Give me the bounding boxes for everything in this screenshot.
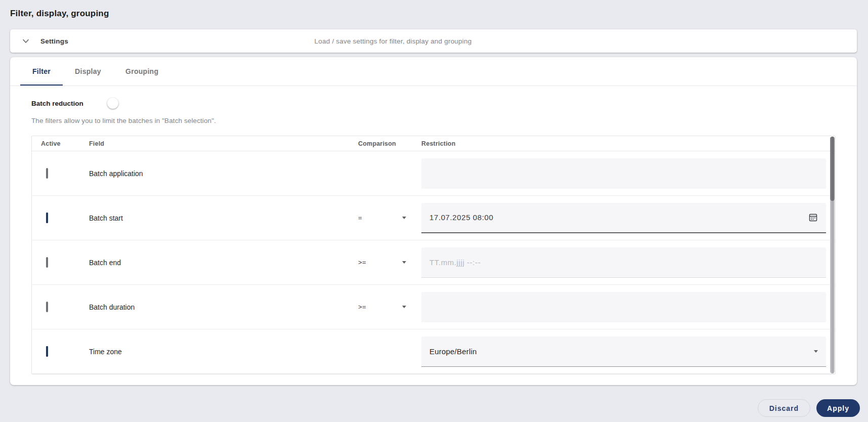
- comparison-value: >=: [358, 303, 366, 311]
- table-row: Batch end >=: [32, 240, 835, 285]
- calendar-icon[interactable]: [808, 213, 818, 222]
- comparison-select[interactable]: >=: [358, 240, 421, 284]
- table-row: Batch application: [32, 151, 835, 196]
- discard-button[interactable]: Discard: [758, 399, 810, 417]
- chevron-down-icon: [22, 37, 29, 45]
- settings-panel-title: Settings: [40, 37, 68, 45]
- field-label: Batch end: [89, 259, 358, 267]
- restriction-datetime-field: [421, 247, 826, 278]
- restriction-field-disabled: [421, 292, 826, 322]
- table-scrollbar-thumb[interactable]: [830, 137, 835, 201]
- timezone-select[interactable]: Europe/Berlin: [421, 336, 826, 367]
- toggle-thumb: [107, 98, 118, 109]
- field-label: Time zone: [89, 348, 358, 356]
- tab-display-label: Display: [75, 67, 101, 75]
- dropdown-arrow-icon: [402, 217, 406, 219]
- active-checkbox[interactable]: [46, 213, 48, 223]
- restriction-field-disabled: [421, 158, 826, 189]
- tab-grouping-label: Grouping: [125, 67, 158, 75]
- tab-filter[interactable]: Filter: [20, 57, 63, 86]
- field-label: Batch duration: [89, 303, 358, 311]
- filter-card: Filter Display Grouping Batch reduction …: [10, 57, 857, 385]
- batch-reduction-label: Batch reduction: [31, 100, 83, 107]
- filter-table: Active Field Comparison Restriction Batc…: [31, 136, 836, 374]
- tab-grouping[interactable]: Grouping: [113, 57, 170, 86]
- active-checkbox[interactable]: [46, 302, 48, 312]
- table-scrollbar-track[interactable]: [830, 137, 835, 373]
- tab-filter-label: Filter: [32, 67, 51, 75]
- batch-reduction-toggle[interactable]: [98, 98, 118, 108]
- settings-expansion-panel[interactable]: Settings Load / save settings for filter…: [10, 29, 857, 53]
- comparison-value: >=: [358, 259, 366, 266]
- filter-tab-content: Batch reduction The filters allow you to…: [10, 98, 857, 374]
- comparison-select[interactable]: >=: [358, 285, 421, 329]
- column-header-field: Field: [89, 140, 358, 147]
- dropdown-arrow-icon: [814, 350, 818, 353]
- datetime-input[interactable]: [429, 258, 818, 267]
- action-bar: Discard Apply: [758, 399, 860, 417]
- dropdown-arrow-icon: [402, 261, 406, 264]
- field-label: Batch start: [89, 214, 358, 222]
- table-row: Time zone Europe/Berlin: [32, 329, 835, 374]
- tab-display[interactable]: Display: [63, 57, 113, 86]
- comparison-select[interactable]: =: [358, 196, 421, 240]
- field-label: Batch application: [89, 170, 358, 178]
- table-row: Batch duration >=: [32, 285, 835, 329]
- column-header-active: Active: [41, 140, 89, 147]
- timezone-value: Europe/Berlin: [429, 347, 814, 356]
- active-checkbox[interactable]: [46, 168, 48, 179]
- datetime-input[interactable]: [429, 213, 802, 222]
- page-title: Filter, display, grouping: [10, 9, 109, 19]
- active-checkbox[interactable]: [46, 257, 48, 268]
- restriction-datetime-field: [421, 203, 826, 233]
- apply-button[interactable]: Apply: [816, 399, 860, 417]
- comparison-value: =: [358, 214, 362, 222]
- filter-hint-text: The filters allow you to limit the batch…: [31, 117, 836, 124]
- dropdown-arrow-icon: [402, 306, 406, 308]
- active-checkbox[interactable]: [46, 346, 48, 357]
- column-header-comparison: Comparison: [358, 140, 421, 147]
- tab-bar: Filter Display Grouping: [10, 57, 857, 86]
- settings-panel-description: Load / save settings for filter, display…: [10, 37, 776, 45]
- table-row: Batch start =: [32, 196, 835, 240]
- column-header-restriction: Restriction: [421, 140, 826, 147]
- table-header-row: Active Field Comparison Restriction: [32, 136, 835, 151]
